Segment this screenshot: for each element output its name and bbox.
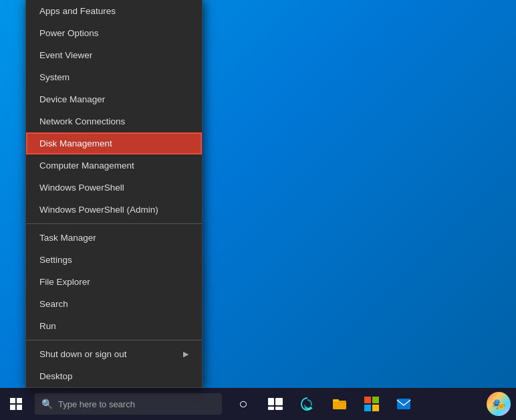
menu-item-label-desktop: Desktop: [39, 371, 73, 381]
menu-item-label-task-manager: Task Manager: [39, 233, 96, 243]
menu-item-power-options[interactable]: Power Options: [26, 22, 202, 44]
menu-item-label-search: Search: [39, 299, 68, 309]
search-placeholder-text: Type here to search: [58, 399, 135, 409]
menu-item-computer-management[interactable]: Computer Management: [26, 154, 202, 177]
menu-item-run[interactable]: Run: [26, 315, 202, 337]
taskbar-app-icons: ○: [229, 388, 418, 420]
menu-item-label-windows-powershell-admin: Windows PowerShell (Admin): [39, 205, 158, 215]
svg-rect-3: [275, 407, 283, 410]
menu-item-label-disk-management: Disk Management: [39, 138, 112, 148]
menu-item-settings[interactable]: Settings: [26, 249, 202, 271]
submenu-arrow-icon: ▶: [183, 350, 188, 358]
svg-rect-0: [268, 398, 274, 405]
svg-rect-1: [275, 398, 283, 405]
menu-item-label-file-explorer: File Explorer: [39, 277, 90, 287]
taskbar-search-bar[interactable]: 🔍 Type here to search: [35, 393, 222, 415]
windows-logo-icon: [10, 398, 22, 410]
cortana-icon[interactable]: ○: [229, 388, 258, 420]
user-avatar[interactable]: 🎭: [487, 392, 511, 416]
menu-item-label-device-manager: Device Manager: [39, 94, 105, 104]
menu-item-label-shut-down-sign-out: Shut down or sign out: [39, 349, 127, 359]
menu-item-windows-powershell-admin[interactable]: Windows PowerShell (Admin): [26, 199, 202, 221]
menu-item-task-manager[interactable]: Task Manager: [26, 227, 202, 249]
taskbar-right-area: 🎭: [487, 388, 516, 420]
menu-item-label-power-options: Power Options: [39, 28, 99, 38]
svg-rect-2: [268, 407, 274, 410]
start-button[interactable]: [0, 388, 32, 420]
menu-item-label-run: Run: [39, 321, 56, 331]
ms-store-icon[interactable]: [357, 388, 386, 420]
menu-item-search[interactable]: Search: [26, 293, 202, 315]
menu-item-apps-features[interactable]: Apps and Features: [26, 0, 202, 22]
svg-rect-5: [333, 399, 339, 402]
menu-item-label-system: System: [39, 72, 70, 82]
menu-item-label-computer-management: Computer Management: [39, 161, 134, 171]
menu-separator: [26, 223, 202, 224]
menu-item-windows-powershell[interactable]: Windows PowerShell: [26, 177, 202, 199]
system-tray: 🎭: [487, 392, 516, 416]
menu-item-network-connections[interactable]: Network Connections: [26, 110, 202, 132]
menu-separator: [26, 340, 202, 340]
menu-item-label-event-viewer: Event Viewer: [39, 50, 92, 60]
menu-item-label-windows-powershell: Windows PowerShell: [39, 183, 124, 193]
search-icon: 🔍: [41, 399, 53, 409]
svg-rect-6: [364, 397, 371, 403]
context-menu: Apps and FeaturesPower OptionsEvent View…: [25, 0, 203, 388]
file-explorer-icon[interactable]: [325, 388, 354, 420]
svg-rect-7: [372, 397, 379, 403]
menu-item-label-apps-features: Apps and Features: [39, 6, 116, 16]
mail-icon[interactable]: [389, 388, 418, 420]
menu-item-disk-management[interactable]: Disk Management: [26, 132, 202, 154]
menu-item-label-network-connections: Network Connections: [39, 116, 125, 126]
menu-item-file-explorer[interactable]: File Explorer: [26, 271, 202, 293]
svg-rect-8: [364, 405, 371, 411]
edge-browser-icon[interactable]: [293, 388, 322, 420]
desktop: Apps and FeaturesPower OptionsEvent View…: [0, 0, 516, 420]
svg-rect-10: [397, 399, 410, 409]
menu-item-event-viewer[interactable]: Event Viewer: [26, 44, 202, 66]
menu-item-system[interactable]: System: [26, 66, 202, 88]
menu-item-device-manager[interactable]: Device Manager: [26, 88, 202, 110]
svg-rect-9: [372, 405, 379, 411]
menu-item-shut-down-sign-out[interactable]: Shut down or sign out▶: [26, 343, 202, 365]
menu-item-desktop[interactable]: Desktop: [26, 365, 202, 387]
menu-item-label-settings: Settings: [39, 255, 72, 265]
taskbar: 🔍 Type here to search ○: [0, 388, 516, 420]
task-view-icon[interactable]: [261, 388, 290, 420]
